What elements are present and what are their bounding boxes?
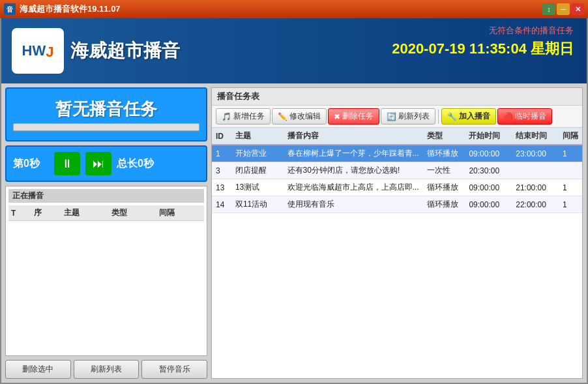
pause-button[interactable]: ⏸ bbox=[54, 152, 80, 175]
add-task-button[interactable]: 🎵 新增任务 bbox=[216, 108, 271, 125]
refresh-list-button[interactable]: 🔄 刷新列表 bbox=[381, 108, 435, 125]
app-name-logo: 海威超市播音 bbox=[70, 38, 180, 63]
cell-start: 09:00:00 bbox=[465, 179, 512, 196]
edit-task-label: 修改编辑 bbox=[289, 111, 321, 122]
cell-type: 循环播放 bbox=[423, 196, 465, 213]
restore-button[interactable]: ↕ bbox=[542, 3, 555, 15]
cell-content: 春在柳树上爆了一个芽，少年踩着青... bbox=[284, 145, 423, 162]
cell-content: 欢迎光临海威超市上高店，上高店即... bbox=[284, 179, 423, 196]
cell-start: 09:00:00 bbox=[465, 145, 512, 162]
progress-bar-area bbox=[13, 123, 199, 131]
cell-theme: 闭店提醒 bbox=[231, 162, 284, 179]
temp-broadcast-label: 临时播音 bbox=[515, 111, 546, 122]
col-header-type: 类型 bbox=[423, 128, 465, 145]
cell-interval: 1 bbox=[559, 179, 582, 196]
header: HW J 海威超市播音 无符合条件的播音任务 2020-07-19 11:35:… bbox=[1, 18, 587, 83]
edit-task-button[interactable]: ✏️ 修改编辑 bbox=[272, 108, 327, 125]
mic-icon: 🔴 bbox=[503, 112, 513, 121]
cell-end: 21:00:00 bbox=[512, 179, 559, 196]
table-row[interactable]: 1 开始营业 春在柳树上爆了一个芽，少年踩着青... 循环播放 09:00:00… bbox=[212, 145, 582, 162]
toolbar: 🎵 新增任务 ✏️ 修改编辑 ✖ 删除任务 🔄 刷新列表 🔧 bbox=[212, 106, 582, 128]
title-bar: 音 海威超市播音软件19.11.07 ↕ ─ ✕ bbox=[0, 0, 588, 18]
col-header-interval: 间隔 bbox=[559, 128, 582, 145]
playing-section-title: 正在播音 bbox=[8, 189, 204, 203]
cell-type: 循环播放 bbox=[423, 145, 465, 162]
temp-broadcast-button[interactable]: 🔴 临时播音 bbox=[497, 108, 552, 125]
edit-icon: ✏️ bbox=[278, 112, 287, 121]
app-icon: 音 bbox=[4, 3, 16, 15]
cell-content: 还有30分钟闭店，请您放心选购! bbox=[284, 162, 423, 179]
svg-text:音: 音 bbox=[7, 6, 13, 13]
cell-theme: 13测试 bbox=[231, 179, 284, 196]
no-task-banner: 暂无播音任务 bbox=[5, 87, 207, 141]
window-controls: ↕ ─ ✕ bbox=[542, 3, 584, 15]
logo-area: HW J 海威超市播音 bbox=[12, 28, 180, 74]
add-icon: 🎵 bbox=[222, 112, 231, 121]
cell-interval: 1 bbox=[559, 145, 582, 162]
playing-col-type: 类型 bbox=[109, 205, 156, 221]
playing-col-t: T bbox=[8, 205, 31, 221]
task-table: ID 主题 播音内容 类型 开始时间 结束时间 间隔 1 开始营业 春在柳树上爆… bbox=[212, 128, 582, 213]
col-header-start: 开始时间 bbox=[465, 128, 512, 145]
left-panel: 暂无播音任务 第0秒 ⏸ ⏭ 总长0秒 正在播音 T 序 bbox=[5, 87, 207, 379]
playing-area: 正在播音 T 序 主题 类型 间隔 bbox=[5, 186, 207, 356]
playing-table: T 序 主题 类型 间隔 bbox=[8, 205, 204, 221]
minimize-button[interactable]: ─ bbox=[557, 3, 570, 15]
cell-theme: 双11活动 bbox=[231, 196, 284, 213]
window-title: 海威超市播音软件19.11.07 bbox=[20, 3, 542, 15]
task-section-title: 播音任务表 bbox=[212, 88, 582, 106]
refresh-icon: 🔄 bbox=[387, 112, 396, 121]
delete-task-button[interactable]: ✖ 删除任务 bbox=[328, 108, 379, 125]
no-task-text: 暂无播音任务 bbox=[13, 98, 199, 121]
cell-theme: 开始营业 bbox=[231, 145, 284, 162]
cell-start: 09:00:00 bbox=[465, 196, 512, 213]
cell-id: 14 bbox=[212, 196, 231, 213]
playing-col-seq: 序 bbox=[31, 205, 61, 221]
cell-end: 23:00:00 bbox=[512, 145, 559, 162]
next-button[interactable]: ⏭ bbox=[85, 152, 111, 175]
table-row[interactable]: 13 13测试 欢迎光临海威超市上高店，上高店即... 循环播放 09:00:0… bbox=[212, 179, 582, 196]
header-right: 无符合条件的播音任务 2020-07-19 11:35:04 星期日 bbox=[392, 25, 574, 59]
join-icon: 🔧 bbox=[447, 112, 457, 121]
add-task-label: 新增任务 bbox=[233, 111, 265, 122]
cell-end: 22:00:00 bbox=[512, 196, 559, 213]
delete-task-label: 删除任务 bbox=[342, 111, 374, 122]
header-datetime: 2020-07-19 11:35:04 星期日 bbox=[392, 39, 574, 59]
join-broadcast-button[interactable]: 🔧 加入播音 bbox=[441, 108, 496, 125]
cell-id: 1 bbox=[212, 145, 231, 162]
task-table-wrap: ID 主题 播音内容 类型 开始时间 结束时间 间隔 1 开始营业 春在柳树上爆… bbox=[212, 128, 582, 378]
toolbar-separator bbox=[438, 110, 439, 124]
player-controls: 第0秒 ⏸ ⏭ 总长0秒 bbox=[5, 145, 207, 182]
col-header-content: 播音内容 bbox=[284, 128, 423, 145]
table-row[interactable]: 3 闭店提醒 还有30分钟闭店，请您放心选购! 一次性 20:30:00 bbox=[212, 162, 582, 179]
left-bottom-buttons: 删除选中 刷新列表 暂停音乐 bbox=[5, 360, 207, 379]
cell-id: 13 bbox=[212, 179, 231, 196]
header-notice: 无符合条件的播音任务 bbox=[392, 25, 574, 37]
logo-box: HW J bbox=[12, 28, 64, 74]
cell-type: 循环播放 bbox=[423, 179, 465, 196]
close-button[interactable]: ✕ bbox=[571, 3, 584, 15]
current-time-label: 第0秒 bbox=[13, 157, 49, 171]
join-broadcast-label: 加入播音 bbox=[459, 111, 490, 122]
col-header-id: ID bbox=[212, 128, 231, 145]
cell-id: 3 bbox=[212, 162, 231, 179]
delete-selected-button[interactable]: 删除选中 bbox=[5, 360, 71, 379]
playing-col-theme: 主题 bbox=[61, 205, 109, 221]
cell-type: 一次性 bbox=[423, 162, 465, 179]
cell-end bbox=[512, 162, 559, 179]
playing-col-interval: 间隔 bbox=[156, 205, 204, 221]
col-header-theme: 主题 bbox=[231, 128, 284, 145]
main-window: HW J 海威超市播音 无符合条件的播音任务 2020-07-19 11:35:… bbox=[0, 18, 588, 384]
refresh-list-label: 刷新列表 bbox=[398, 111, 430, 122]
col-header-end: 结束时间 bbox=[512, 128, 559, 145]
refresh-list-left-button[interactable]: 刷新列表 bbox=[74, 360, 140, 379]
cell-interval: 1 bbox=[559, 196, 582, 213]
delete-icon: ✖ bbox=[334, 112, 340, 121]
content-area: 暂无播音任务 第0秒 ⏸ ⏭ 总长0秒 正在播音 T 序 bbox=[1, 83, 587, 383]
cell-start: 20:30:00 bbox=[465, 162, 512, 179]
total-time-label: 总长0秒 bbox=[117, 157, 154, 171]
table-row[interactable]: 14 双11活动 使用现有音乐 循环播放 09:00:00 22:00:00 1 bbox=[212, 196, 582, 213]
pause-music-button[interactable]: 暂停音乐 bbox=[141, 360, 207, 379]
cell-content: 使用现有音乐 bbox=[284, 196, 423, 213]
right-panel: 播音任务表 🎵 新增任务 ✏️ 修改编辑 ✖ 删除任务 🔄 刷新列表 bbox=[211, 87, 583, 379]
